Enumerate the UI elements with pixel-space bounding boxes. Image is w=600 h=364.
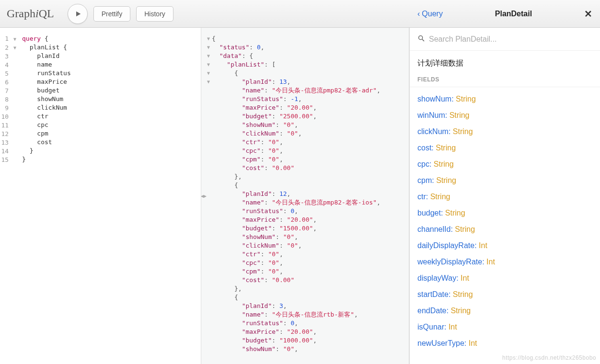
docs-search-row — [410, 28, 600, 51]
field-item[interactable]: ctr: String — [417, 189, 592, 205]
docs-pane: ‹ Query PlanDetail ✕ 计划详细数据 FIELDS showN… — [409, 28, 600, 364]
execute-button[interactable] — [68, 4, 88, 24]
svg-point-0 — [419, 36, 423, 40]
prettify-button[interactable]: Prettify — [93, 6, 131, 22]
drag-handle-icon[interactable]: ◂▸ — [201, 193, 207, 199]
field-item[interactable]: newUserType: Int — [417, 335, 592, 352]
main: 1 ▼2 ▼3 4 5 6 7 8 9 10 11 12 13 14 15 qu… — [0, 28, 600, 364]
field-item[interactable]: startDate: String — [417, 286, 592, 303]
query-editor[interactable]: query { planList { planId name runStatus… — [19, 28, 201, 364]
field-list: showNum: StringwinNum: StringclickNum: S… — [410, 87, 600, 363]
field-item[interactable]: clickNum: String — [417, 124, 592, 140]
result-viewer[interactable]: { "status": 0, "data": { "planList": [ {… — [211, 28, 409, 364]
docs-description: 计划详细数据 — [410, 51, 600, 76]
line-gutter: 1 ▼2 ▼3 4 5 6 7 8 9 10 11 12 13 14 15 — [0, 28, 19, 364]
field-item[interactable]: dailyDisplayRate: Int — [417, 238, 592, 254]
field-item[interactable]: displayWay: Int — [417, 270, 592, 286]
docs-title: PlanDetail — [443, 10, 584, 18]
field-item[interactable]: weeklyDisplayRate: Int — [417, 254, 592, 270]
field-item[interactable]: cpc: String — [417, 156, 592, 172]
docs-body: 计划详细数据 FIELDS showNum: StringwinNum: Str… — [410, 28, 600, 364]
docs-back-button[interactable]: ‹ Query — [417, 10, 443, 18]
field-item[interactable]: isQunar: Int — [417, 319, 592, 335]
fields-section-label: FIELDS — [410, 76, 600, 87]
watermark: https://blog.csdn.net/thzx265bobo — [502, 354, 596, 361]
logo: GraphiQL — [7, 7, 54, 20]
play-icon — [74, 10, 82, 18]
field-item[interactable]: budget: String — [417, 205, 592, 221]
field-item[interactable]: showNum: String — [417, 91, 592, 107]
history-button[interactable]: History — [136, 6, 173, 22]
result-pane: ◂▸ ▼▼▼▼▼▼ { "status": 0, "data": { "plan… — [201, 28, 409, 364]
field-item[interactable]: cpm: String — [417, 172, 592, 189]
docs-close-button[interactable]: ✕ — [584, 8, 592, 20]
field-item[interactable]: cost: String — [417, 140, 592, 156]
query-editor-pane: 1 ▼2 ▼3 4 5 6 7 8 9 10 11 12 13 14 15 qu… — [0, 28, 201, 364]
field-item[interactable]: channelId: String — [417, 221, 592, 238]
docs-header: ‹ Query PlanDetail ✕ — [410, 0, 600, 28]
search-icon — [417, 34, 425, 44]
svg-line-1 — [422, 39, 424, 41]
field-item[interactable]: endDate: String — [417, 303, 592, 319]
field-item[interactable]: winNum: String — [417, 107, 592, 124]
docs-search-input[interactable] — [429, 35, 592, 44]
chevron-left-icon: ‹ — [417, 10, 420, 18]
